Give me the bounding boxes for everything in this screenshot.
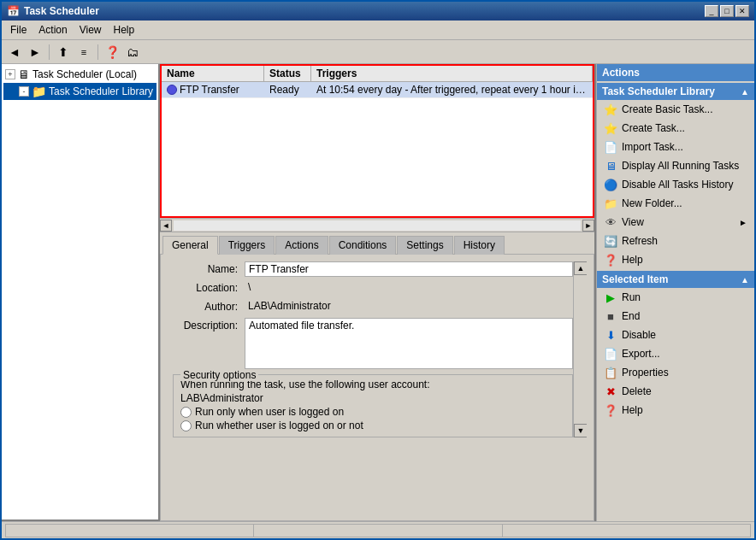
- hscroll-left-btn[interactable]: ◄: [160, 220, 172, 232]
- action-delete[interactable]: ✖ Delete: [597, 382, 754, 401]
- action-view[interactable]: 👁 View ►: [597, 213, 754, 232]
- end-icon: ■: [604, 309, 617, 323]
- menu-file[interactable]: File: [5, 22, 32, 38]
- library-help-icon: ❓: [604, 253, 617, 267]
- location-value: \: [245, 280, 573, 296]
- library-arrow-icon: ▲: [741, 87, 749, 97]
- radio-logged-on[interactable]: [180, 407, 192, 418]
- task-list-hscroll[interactable]: ◄ ►: [160, 218, 594, 232]
- author-value: LAB\Administrator: [245, 299, 573, 314]
- main-window: 📅 Task Scheduler _ □ ✕ File Action View …: [0, 0, 756, 540]
- right-panel: Actions Task Scheduler Library ▲ ⭐ Creat…: [596, 64, 754, 521]
- action-refresh[interactable]: 🔄 Refresh: [597, 232, 754, 250]
- action-create-task[interactable]: ⭐ Create Task...: [597, 119, 754, 138]
- action-import-task-label: Import Task...: [622, 141, 683, 153]
- tree-root[interactable]: + 🖥 Task Scheduler (Local): [3, 66, 157, 83]
- tab-inner: Name: Location: \ Author: LAB\Administra…: [168, 261, 587, 437]
- help-button[interactable]: ❓: [103, 43, 121, 62]
- close-button[interactable]: ✕: [735, 5, 749, 17]
- vscroll-down-btn[interactable]: ▼: [574, 424, 587, 437]
- properties-icon: 📋: [604, 366, 617, 379]
- export-icon: 📄: [604, 347, 617, 361]
- location-label: Location:: [168, 280, 245, 294]
- title-buttons: _ □ ✕: [705, 5, 749, 17]
- action-selected-help[interactable]: ❓ Help: [597, 401, 754, 420]
- radio-whether-logged[interactable]: [180, 420, 192, 431]
- action-properties-label: Properties: [622, 367, 669, 379]
- tab-actions[interactable]: Actions: [275, 236, 328, 255]
- menu-action[interactable]: Action: [33, 22, 72, 38]
- new-folder-icon: 📁: [604, 197, 617, 210]
- action-library-help-label: Help: [622, 254, 643, 266]
- maximize-button[interactable]: □: [720, 5, 734, 17]
- refresh-icon: 🔄: [604, 234, 617, 248]
- folder-button[interactable]: 🗂: [123, 43, 142, 62]
- disable-icon: ⬇: [604, 328, 617, 342]
- security-account-value: LAB\Administrator: [180, 392, 263, 404]
- task-library-icon: 📁: [32, 85, 46, 98]
- forward-button[interactable]: ►: [26, 43, 44, 62]
- library-section-header[interactable]: Task Scheduler Library ▲: [597, 83, 754, 100]
- tree-expand-root[interactable]: +: [5, 69, 15, 79]
- task-cell-triggers: At 10:54 every day - After triggered, re…: [311, 82, 593, 97]
- back-button[interactable]: ◄: [5, 43, 24, 62]
- left-panel[interactable]: + 🖥 Task Scheduler (Local) - 📁 Task Sche…: [2, 64, 160, 521]
- status-pane-1: [5, 524, 253, 537]
- tab-settings[interactable]: Settings: [397, 236, 452, 255]
- action-end-label: End: [622, 310, 640, 322]
- action-import-task[interactable]: 📄 Import Task...: [597, 138, 754, 156]
- col-header-triggers[interactable]: Triggers: [311, 66, 593, 81]
- action-run[interactable]: ▶ Run: [597, 288, 754, 307]
- author-label: Author:: [168, 299, 245, 313]
- up-button[interactable]: ⬆: [54, 43, 73, 62]
- action-export[interactable]: 📄 Export...: [597, 344, 754, 363]
- action-new-folder[interactable]: 📁 New Folder...: [597, 194, 754, 213]
- tab-conditions[interactable]: Conditions: [329, 236, 397, 255]
- hscroll-track: [174, 220, 581, 231]
- description-input[interactable]: Automated file transfer.: [245, 318, 573, 369]
- task-list: Name Status Triggers FTP Transfer Ready …: [160, 64, 594, 218]
- action-disable-history[interactable]: 🔵 Disable All Tasks History: [597, 175, 754, 194]
- selected-help-icon: ❓: [604, 403, 617, 417]
- action-end[interactable]: ■ End: [597, 307, 754, 326]
- tab-triggers[interactable]: Triggers: [219, 236, 275, 255]
- list-button[interactable]: ≡: [74, 43, 93, 62]
- vscroll-up-btn[interactable]: ▲: [574, 261, 587, 275]
- toolbar-separator-1: [49, 44, 50, 60]
- task-row[interactable]: FTP Transfer Ready At 10:54 every day - …: [162, 82, 593, 98]
- vscroll-track: [574, 275, 587, 424]
- col-header-name[interactable]: Name: [162, 66, 264, 81]
- tab-vscroll[interactable]: ▲ ▼: [573, 261, 587, 437]
- menu-help[interactable]: Help: [109, 22, 140, 38]
- action-selected-help-label: Help: [622, 404, 643, 416]
- menu-view[interactable]: View: [74, 22, 107, 38]
- selected-arrow-icon: ▲: [741, 275, 749, 285]
- hscroll-right-btn[interactable]: ►: [582, 220, 594, 232]
- tab-history[interactable]: History: [454, 236, 505, 255]
- action-library-help[interactable]: ❓ Help: [597, 250, 754, 269]
- minimize-button[interactable]: _: [705, 5, 718, 17]
- form-area: Name: Location: \ Author: LAB\Administra…: [168, 261, 573, 437]
- col-header-status[interactable]: Status: [264, 66, 311, 81]
- actions-main-header[interactable]: Actions: [597, 64, 754, 81]
- description-label: Description:: [168, 318, 245, 332]
- form-row-location: Location: \: [168, 280, 573, 296]
- status-pane-2: [253, 524, 501, 537]
- form-row-author: Author: LAB\Administrator: [168, 299, 573, 314]
- name-label: Name:: [168, 261, 245, 275]
- action-disable[interactable]: ⬇ Disable: [597, 326, 754, 344]
- radio2-row: Run whether user is logged on or not: [180, 420, 565, 431]
- window-title: Task Scheduler: [24, 5, 99, 17]
- task-cell-name: FTP Transfer: [162, 82, 264, 97]
- action-create-basic[interactable]: ⭐ Create Basic Task...: [597, 100, 754, 119]
- action-display-running[interactable]: 🖥 Display All Running Tasks: [597, 156, 754, 175]
- selected-item-header[interactable]: Selected Item ▲: [597, 271, 754, 288]
- action-properties[interactable]: 📋 Properties: [597, 363, 754, 382]
- main-area: + 🖥 Task Scheduler (Local) - 📁 Task Sche…: [2, 64, 754, 521]
- view-icon: 👁: [604, 215, 617, 229]
- tree-library[interactable]: - 📁 Task Scheduler Library: [3, 83, 157, 100]
- name-input[interactable]: [245, 261, 573, 277]
- tab-general[interactable]: General: [162, 236, 218, 255]
- tree-expand-library[interactable]: -: [19, 86, 29, 97]
- task-cell-status: Ready: [264, 82, 311, 97]
